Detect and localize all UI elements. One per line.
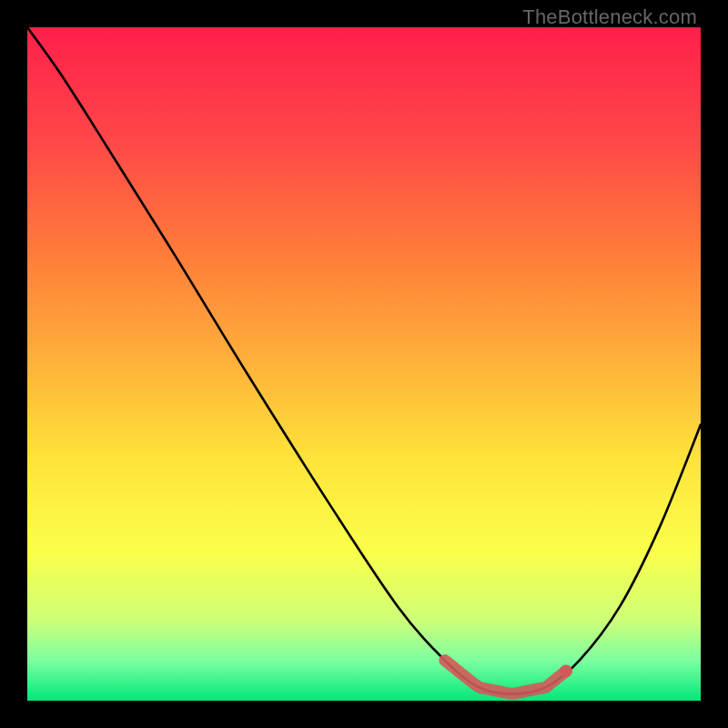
bottleneck-curve — [27, 27, 701, 694]
highlight-end-dot — [560, 664, 572, 677]
chart-frame: TheBottleneck.com — [0, 0, 728, 728]
plot-area — [27, 27, 701, 701]
curve-layer — [27, 27, 701, 701]
highlight-segment — [445, 661, 566, 694]
watermark-text: TheBottleneck.com — [522, 5, 697, 29]
